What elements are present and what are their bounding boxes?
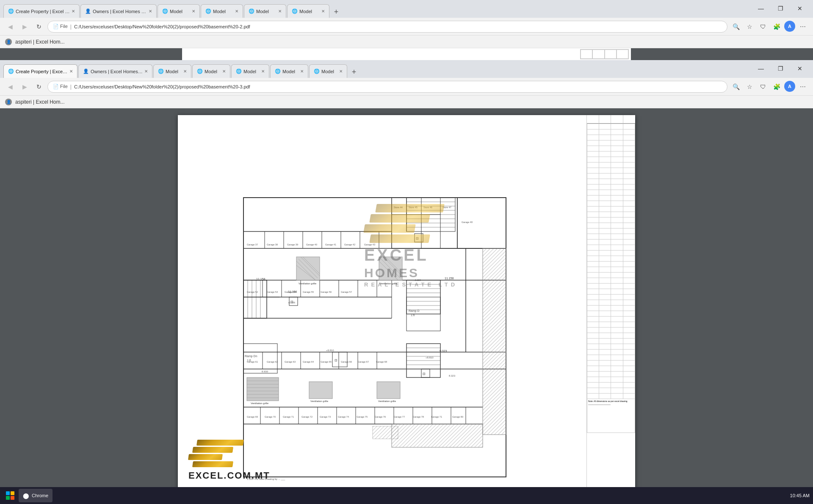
- right-table-panel: Note: All dimensions as per excel drawin…: [586, 115, 635, 492]
- svg-rect-65: [309, 382, 332, 399]
- user-icon-top: 👤: [5, 39, 12, 45]
- svg-text:+1.156: +1.156: [288, 301, 295, 304]
- tab-model-4-top[interactable]: 🌐 Model ✕: [287, 4, 329, 18]
- svg-text:Ventilation grille: Ventilation grille: [378, 400, 396, 402]
- file-protocol-icon-b: 📄 File: [53, 84, 68, 89]
- zoom-icon-b[interactable]: 🔍: [730, 81, 742, 93]
- taskbar-start[interactable]: [3, 489, 17, 502]
- svg-text:Garage 38: Garage 38: [267, 243, 278, 246]
- tab-close-icon4[interactable]: ✕: [235, 9, 238, 14]
- svg-text:+8.810: +8.810: [326, 349, 334, 352]
- svg-text:8.323: 8.323: [449, 375, 456, 377]
- new-tab-button-bottom[interactable]: +: [348, 66, 360, 78]
- tab-model-4-bottom[interactable]: 🌐 Model ✕: [270, 64, 308, 78]
- reload-button-top[interactable]: ↻: [33, 21, 45, 33]
- settings-icon-b[interactable]: ⋯: [797, 81, 809, 93]
- tab-model-5-bottom[interactable]: 🌐 Model ✕: [309, 64, 347, 78]
- shield-icon[interactable]: 🛡: [757, 21, 769, 33]
- address-bar-top[interactable]: 📄 File | C:/Users/exceluser/Desktop/New%…: [47, 21, 727, 33]
- address-bar-bottom[interactable]: 📄 File | C:/Users/exceluser/Desktop/New%…: [47, 81, 727, 93]
- page-icon-b: 🌐: [8, 69, 14, 74]
- back-button-bottom[interactable]: ◀: [4, 81, 16, 93]
- tab-model-2-bottom[interactable]: 🌐 Model ✕: [192, 64, 230, 78]
- tab-model-2-top[interactable]: 🌐 Model ✕: [201, 4, 243, 18]
- globe-icon-b2: 🌐: [197, 69, 203, 74]
- tab-close-icon-b6[interactable]: ✕: [300, 69, 304, 74]
- user-icon-bottom: 👤: [5, 99, 12, 105]
- svg-text:Garage 39: Garage 39: [287, 243, 298, 246]
- taskbar-time: 10:45 AM: [790, 493, 810, 498]
- bookmark-icon-b[interactable]: ☆: [744, 81, 755, 93]
- tab-create-property-top[interactable]: 🌐 Create Property | Excel Hom... ✕: [3, 4, 80, 18]
- reload-button-bottom[interactable]: ↻: [33, 81, 45, 93]
- svg-text:Garage 62: Garage 62: [267, 361, 278, 363]
- svg-text:Garage 48: Garage 48: [462, 221, 473, 223]
- tab-close-icon-b4[interactable]: ✕: [222, 69, 226, 74]
- tab-close-icon3[interactable]: ✕: [192, 9, 195, 14]
- minimize-button-bottom[interactable]: —: [751, 62, 771, 75]
- globe-icon-b3: 🌐: [236, 69, 242, 74]
- forward-button-bottom[interactable]: ▶: [19, 81, 30, 93]
- user-text-top: aspiteri | Excel Hom...: [15, 39, 64, 45]
- restore-button-bottom[interactable]: ❐: [771, 62, 790, 75]
- tab-model-3-top[interactable]: 🌐 Model ✕: [244, 4, 286, 18]
- minimize-button-top[interactable]: —: [751, 2, 771, 15]
- tab-model-3-bottom[interactable]: 🌐 Model ✕: [231, 64, 269, 78]
- close-button-bottom[interactable]: ✕: [790, 62, 810, 75]
- close-button-top[interactable]: ✕: [790, 2, 810, 15]
- globe-icon1: 🌐: [162, 8, 168, 14]
- shield-icon-b[interactable]: 🛡: [757, 81, 769, 93]
- address-text-top: C:/Users/exceluser/Desktop/New%20folder%…: [74, 24, 250, 29]
- bottom-logo: EXCEL.COM.MT: [188, 440, 270, 481]
- address-separator-b: |: [70, 84, 72, 90]
- tab-create-property-bottom[interactable]: 🌐 Create Property | Excel Hor... ✕: [3, 64, 77, 78]
- back-button-top[interactable]: ◀: [4, 21, 16, 33]
- pdf-viewer[interactable]: Ventilation grille Ventilation grille: [0, 108, 813, 504]
- restore-button-top[interactable]: ❐: [771, 2, 790, 15]
- svg-text:Garage 40: Garage 40: [306, 243, 317, 246]
- tab-close-icon-b5[interactable]: ✕: [261, 69, 265, 74]
- svg-text:Garage 57: Garage 57: [341, 291, 352, 293]
- new-tab-button-top[interactable]: +: [330, 6, 342, 18]
- svg-text:Garage 52: Garage 52: [247, 291, 258, 293]
- tab-close-icon-b7[interactable]: ✕: [339, 69, 343, 74]
- svg-text:⊡: ⊡: [423, 372, 426, 376]
- globe-icon-b1: 🌐: [158, 69, 164, 74]
- svg-text:Garage 80: Garage 80: [452, 416, 463, 418]
- tab-model-1-bottom[interactable]: 🌐 Model ✕: [153, 64, 191, 78]
- zoom-icon[interactable]: 🔍: [730, 21, 742, 33]
- globe-icon4: 🌐: [292, 8, 298, 14]
- pdf-page: Ventilation grille Ventilation grille: [178, 115, 635, 492]
- extension-icon-b[interactable]: 🧩: [771, 81, 783, 93]
- svg-text:Garage 72: Garage 72: [301, 416, 312, 418]
- tab-close-icon[interactable]: ✕: [72, 9, 75, 14]
- tab-owners-bottom[interactable]: 👤 Owners | Excel Homes Real... ✕: [78, 64, 152, 78]
- extension-icon[interactable]: 🧩: [771, 21, 783, 33]
- file-protocol-icon: 📄 File: [53, 24, 68, 29]
- tab-close-icon2[interactable]: ✕: [149, 9, 152, 14]
- svg-text:Garage 69: Garage 69: [247, 416, 258, 418]
- svg-rect-37: [243, 280, 267, 318]
- tab-close-icon6[interactable]: ✕: [321, 9, 325, 14]
- svg-rect-162: [373, 426, 398, 439]
- tab-close-icon-b1[interactable]: ✕: [69, 69, 73, 74]
- page-icon: 🌐: [8, 8, 14, 14]
- tab-model-1-top[interactable]: 🌐 Model ✕: [158, 4, 200, 18]
- taskbar-chrome[interactable]: ⬤ Chrome: [19, 489, 53, 502]
- svg-text:Garage 54: Garage 54: [285, 291, 296, 293]
- watermark-logo: EXCEL HOMES REAL ESTATE LTD: [364, 204, 458, 288]
- tab-close-icon5[interactable]: ✕: [278, 9, 282, 14]
- profile-circle-top[interactable]: A: [784, 21, 795, 32]
- svg-text:Garage 67: Garage 67: [358, 361, 369, 363]
- svg-text:⊡: ⊡: [335, 358, 337, 362]
- tab-close-icon-b2[interactable]: ✕: [144, 69, 148, 74]
- tab-close-icon-b3[interactable]: ✕: [183, 69, 187, 74]
- svg-text:Garage 61: Garage 61: [247, 361, 258, 363]
- tab-owners-top[interactable]: 👤 Owners | Excel Homes Real Esta... ✕: [80, 4, 157, 18]
- settings-icon[interactable]: ⋯: [797, 21, 809, 33]
- profile-circle-bottom[interactable]: A: [784, 81, 795, 92]
- svg-text:Garage 77: Garage 77: [394, 416, 405, 418]
- bookmark-icon[interactable]: ☆: [744, 21, 755, 33]
- svg-text:Garage 74: Garage 74: [338, 416, 349, 418]
- forward-button-top[interactable]: ▶: [19, 21, 30, 33]
